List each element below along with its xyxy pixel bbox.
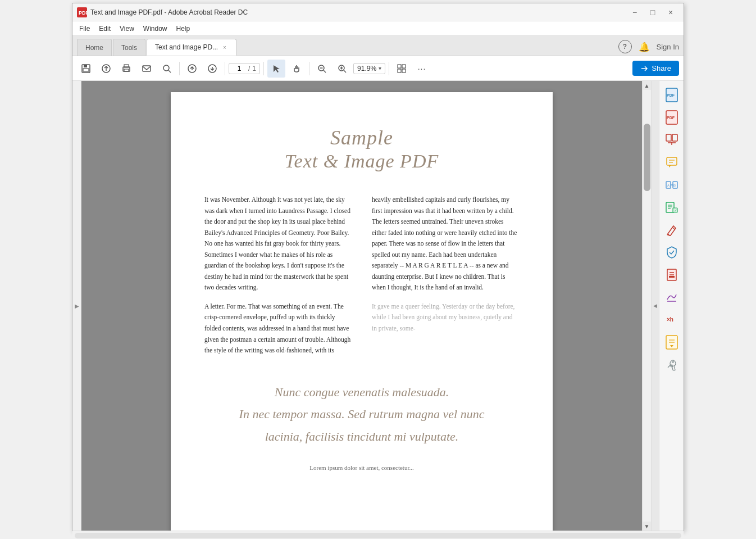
page-navigator: / 1: [229, 63, 260, 74]
pdf-italic-block: Nunc congue venenatis malesuada. In nec …: [204, 381, 519, 448]
pdf-col-left: It was November. Although it was not yet…: [204, 194, 352, 364]
menu-window[interactable]: Window: [139, 23, 172, 34]
italic-line-2: In nec tempor massa. Sed rutrum magna ve…: [204, 403, 519, 425]
window-controls: − □ ×: [626, 4, 679, 20]
email-button[interactable]: [138, 60, 156, 78]
italic-line-1: Nunc congue venenatis malesuada.: [204, 381, 519, 404]
next-page-button[interactable]: [203, 60, 221, 78]
svg-line-61: [668, 365, 671, 368]
sidebar-edit-icon[interactable]: ✓: [662, 198, 682, 217]
sidebar-sign-icon[interactable]: [662, 288, 682, 307]
col2-para2: It gave me a queer feeling. Yesterday or…: [372, 301, 519, 334]
pdf-title: Sample Text & Image PDF: [204, 126, 519, 172]
menu-edit[interactable]: Edit: [94, 23, 115, 34]
svg-line-49: [672, 227, 675, 229]
zoom-control[interactable]: 91.9% ▾: [353, 63, 385, 74]
svg-text:PDF: PDF: [667, 93, 675, 97]
italic-line-3: lacinia, facilisis tincidunt mi vulputat…: [204, 425, 519, 448]
main-window: PDF Text and Image PDF.pdf - Adobe Acrob…: [72, 3, 684, 531]
scrollbar-thumb[interactable]: [644, 124, 650, 191]
tab-home[interactable]: Home: [77, 39, 112, 56]
minimize-button[interactable]: −: [626, 4, 643, 20]
svg-rect-8: [124, 69, 129, 71]
sign-in-button[interactable]: Sign In: [657, 43, 679, 51]
svg-text:PDF: PDF: [79, 10, 87, 16]
hand-tool-button[interactable]: [288, 60, 306, 78]
right-panel-collapse[interactable]: ◀: [651, 81, 659, 531]
sidebar-protect-icon[interactable]: [662, 243, 682, 262]
menu-file[interactable]: File: [75, 23, 94, 34]
svg-point-10: [163, 65, 169, 71]
toolbar-divider-1: [179, 62, 180, 75]
sidebar-export-pdf-icon[interactable]: PDF: [662, 108, 682, 127]
sidebar-pdf-file-icon[interactable]: PDF: [662, 85, 682, 105]
svg-text:A: A: [667, 184, 670, 187]
svg-rect-53: [669, 276, 675, 278]
svg-rect-31: [666, 134, 671, 141]
tab-active-pdf[interactable]: Text and Image PD... ×: [147, 39, 236, 56]
tab-pdf-label: Text and Image PD...: [155, 43, 218, 51]
svg-line-20: [344, 70, 346, 73]
close-button[interactable]: ×: [662, 4, 679, 20]
scroll-down-button[interactable]: ▼: [643, 522, 651, 531]
window-title: Text and Image PDF.pdf - Adobe Acrobat R…: [90, 8, 626, 16]
collapse-panel-button[interactable]: ▶: [72, 81, 81, 531]
prev-page-button[interactable]: [183, 60, 201, 78]
sidebar-annotate-icon[interactable]: [662, 220, 682, 239]
svg-text:×h: ×h: [667, 316, 673, 323]
zoom-out-button[interactable]: [313, 60, 331, 78]
sidebar-stamps-icon[interactable]: ×h: [662, 310, 682, 329]
help-button[interactable]: ?: [618, 40, 632, 53]
toolbar: / 1 91.9% ▾ ···: [72, 56, 684, 81]
sidebar-combine-icon[interactable]: A B: [662, 175, 682, 194]
svg-rect-32: [672, 134, 677, 141]
sidebar-attach-icon[interactable]: [662, 333, 682, 352]
svg-rect-22: [402, 65, 406, 68]
title-bar: PDF Text and Image PDF.pdf - Adobe Acrob…: [72, 3, 684, 21]
pdf-bottom-text: Lorem ipsum dolor sit amet, consectetur.…: [204, 464, 519, 471]
bell-icon[interactable]: 🔔: [639, 42, 650, 52]
zoom-dropdown-icon[interactable]: ▾: [379, 65, 381, 71]
svg-rect-24: [402, 69, 406, 73]
tab-close-button[interactable]: ×: [221, 44, 228, 51]
page-total: 1: [252, 65, 256, 73]
svg-rect-35: [667, 157, 677, 165]
save-button[interactable]: [77, 60, 95, 78]
menu-view[interactable]: View: [115, 23, 139, 34]
col2-para1: heavily embellished capitals and curly f…: [372, 194, 519, 293]
scrollbar-track[interactable]: [643, 90, 651, 522]
svg-text:B: B: [673, 184, 676, 187]
zoom-in-button[interactable]: [333, 60, 351, 78]
col1-para1: It was November. Although it was not yet…: [204, 194, 352, 293]
share-label: Share: [652, 64, 671, 73]
vertical-scrollbar: ▲ ▼: [642, 81, 651, 531]
select-tool-button[interactable]: [267, 60, 285, 78]
svg-rect-21: [398, 65, 401, 68]
toolbar-divider-5: [389, 62, 389, 75]
page-layout-button[interactable]: [393, 60, 411, 78]
pdf-viewer: Sample Text & Image PDF It was November.…: [81, 81, 642, 531]
scroll-up-button[interactable]: ▲: [643, 81, 651, 90]
more-options-button[interactable]: ···: [413, 60, 431, 78]
sidebar-comment-icon[interactable]: [662, 153, 682, 172]
horizontal-scrollbar[interactable]: [75, 533, 681, 538]
page-number-input[interactable]: [233, 65, 246, 73]
pdf-columns: It was November. Although it was not yet…: [204, 194, 519, 364]
pdf-page: Sample Text & Image PDF It was November.…: [171, 92, 553, 531]
svg-line-16: [324, 70, 326, 73]
pdf-title-main: Text & Image PDF: [204, 151, 519, 172]
print-button[interactable]: [117, 60, 135, 78]
sidebar-redact-icon[interactable]: [662, 265, 682, 284]
menu-help[interactable]: Help: [172, 23, 195, 34]
toolbar-divider-3: [263, 62, 264, 75]
maximize-button[interactable]: □: [644, 4, 661, 20]
toolbar-divider-2: [225, 62, 225, 75]
sidebar-more-tools-icon[interactable]: [662, 355, 682, 374]
sidebar-organize-icon[interactable]: [662, 130, 682, 150]
bottom-text-content: Lorem ipsum dolor sit amet, consectetur.…: [204, 464, 519, 471]
search-button[interactable]: [158, 60, 176, 78]
tab-tools[interactable]: Tools: [113, 39, 145, 56]
upload-button[interactable]: [97, 60, 115, 78]
col1-para2: A letter. For me. That was something of …: [204, 301, 352, 356]
share-button[interactable]: Share: [632, 61, 679, 76]
